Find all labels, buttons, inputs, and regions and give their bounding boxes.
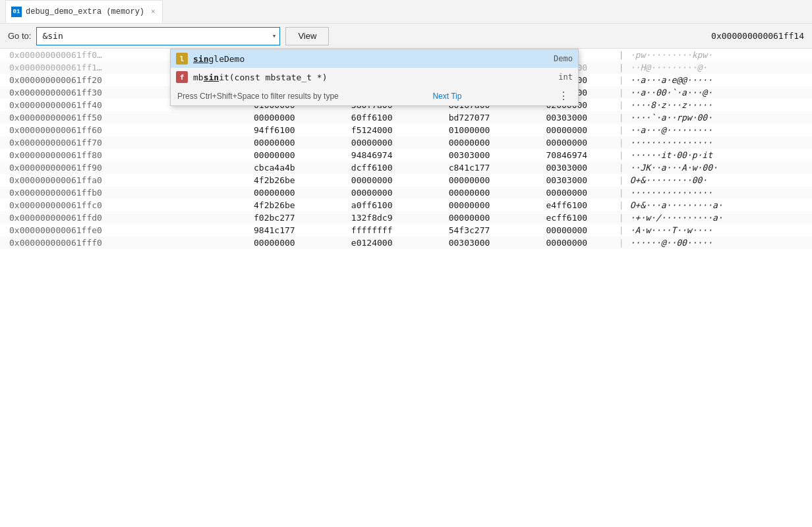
ascii-cell: ··a··00·`·a···@· xyxy=(627,86,812,99)
hex-cell: 00303000 xyxy=(518,161,616,174)
address-cell: 0x000000000061ff90 xyxy=(0,161,225,174)
table-row: 0x000000000061ffa04f2b26be00000000000000… xyxy=(0,174,812,186)
table-row: 0x000000000061ff800000000094846974003030… xyxy=(0,149,812,161)
separator: | xyxy=(616,174,627,186)
ascii-cell: ·A·w····T··w···· xyxy=(627,224,812,236)
tab-debug-memory[interactable]: 01 debug_demo_extra (memory) × xyxy=(5,0,163,23)
hex-cell: 00000000 xyxy=(518,136,616,149)
hex-cell: a0ff6100 xyxy=(323,199,420,211)
hex-cell: 132f8dc9 xyxy=(323,211,420,224)
hex-cell: c841c177 xyxy=(420,161,518,174)
separator: | xyxy=(616,211,627,224)
hex-cell: 00303000 xyxy=(518,174,616,186)
separator: | xyxy=(616,124,627,136)
table-row: 0x000000000061ff90cbca4a4bdcff6100c841c1… xyxy=(0,161,812,174)
separator: | xyxy=(616,161,627,174)
ascii-cell: ····`·a··rpw·00· xyxy=(627,111,812,124)
hex-cell: bd727077 xyxy=(420,111,518,124)
separator: | xyxy=(616,74,627,86)
separator: | xyxy=(616,61,627,74)
hex-cell: f02bc277 xyxy=(225,211,323,224)
current-address: 0x000000000061ff14 xyxy=(711,31,804,41)
hex-cell: 00000000 xyxy=(225,149,323,161)
hex-cell: ecff6100 xyxy=(518,211,616,224)
address-cell: 0x000000000061ff50 xyxy=(0,111,225,124)
hex-cell: 00000000 xyxy=(323,174,420,186)
separator: | xyxy=(616,136,627,149)
hex-cell: e0124000 xyxy=(323,236,420,249)
address-cell: 0x000000000061ffa0 xyxy=(0,174,225,186)
hex-cell: 00000000 xyxy=(225,186,323,199)
ac-rest-0: gleDemo xyxy=(208,54,245,64)
address-cell: 0x000000000061ff80 xyxy=(0,149,225,161)
table-row: 0x000000000061fff000000000e0124000003030… xyxy=(0,236,812,249)
separator: | xyxy=(616,186,627,199)
hex-cell: 00000000 xyxy=(518,124,616,136)
hex-cell: ffffffff xyxy=(323,224,420,236)
goto-label: Go to: xyxy=(8,31,31,41)
separator: | xyxy=(616,49,627,61)
more-options-icon[interactable]: ⋮ xyxy=(556,90,571,102)
next-tip-link[interactable]: Next Tip xyxy=(432,92,461,101)
address-cell: 0x000000000061ffd0 xyxy=(0,211,225,224)
ascii-cell: ··a···a·e@@····· xyxy=(627,74,812,86)
autocomplete-dropdown: l singleDemo Demo f mbsinit(const mbstat… xyxy=(170,49,579,106)
hex-cell: 4f2b26be xyxy=(225,174,323,186)
table-row: 0x000000000061ff500000000060ff6100bd7270… xyxy=(0,111,812,124)
separator: | xyxy=(616,149,627,161)
hex-cell: 94846974 xyxy=(323,149,420,161)
hex-cell: 00000000 xyxy=(420,174,518,186)
hex-cell: 00000000 xyxy=(420,136,518,149)
ac-match-0: sin xyxy=(193,54,208,64)
ascii-cell: O+&·········00· xyxy=(627,174,812,186)
ascii-cell: ······@··00····· xyxy=(627,236,812,249)
ascii-cell: O+&···a·········a· xyxy=(627,199,812,211)
table-row: 0x000000000061ffe09841c177ffffffff54f3c2… xyxy=(0,224,812,236)
address-cell: 0x000000000061ffe0 xyxy=(0,224,225,236)
ac-icon-0: l xyxy=(176,53,188,65)
hex-cell: 00000000 xyxy=(420,186,518,199)
hex-cell: 70846974 xyxy=(518,149,616,161)
address-cell: 0x000000000061ffb0 xyxy=(0,186,225,199)
ascii-cell: ·pw·········kpw· xyxy=(627,49,812,61)
hex-cell: 00000000 xyxy=(225,236,323,249)
ac-icon-1: f xyxy=(176,71,188,83)
autocomplete-item-0[interactable]: l singleDemo Demo xyxy=(171,49,578,68)
table-row: 0x000000000061ff6094ff6100f5124000010000… xyxy=(0,124,812,136)
address-cell: 0x000000000061ff70 xyxy=(0,136,225,149)
tab-icon: 01 xyxy=(11,7,22,17)
ac-item-text-1: mbsinit(const mbstate_t *) xyxy=(193,72,553,82)
autocomplete-item-1[interactable]: f mbsinit(const mbstate_t *) int xyxy=(171,68,578,86)
ac-type-1: int xyxy=(558,72,573,82)
hex-cell: 00000000 xyxy=(518,224,616,236)
view-button[interactable]: View xyxy=(285,27,329,45)
table-row: 0x000000000061ffc04f2b26bea0ff6100000000… xyxy=(0,199,812,211)
ac-match-1: sin xyxy=(204,72,219,82)
table-row: 0x000000000061ffd0f02bc277132f8dc9000000… xyxy=(0,211,812,224)
table-row: 0x000000000061ffb00000000000000000000000… xyxy=(0,186,812,199)
ascii-cell: ················ xyxy=(627,186,812,199)
separator: | xyxy=(616,224,627,236)
goto-input[interactable] xyxy=(36,27,280,45)
table-row: 0x000000000061ff700000000000000000000000… xyxy=(0,136,812,149)
hex-cell: 00000000 xyxy=(225,111,323,124)
goto-input-wrapper: ▾ xyxy=(36,27,280,45)
hex-cell: f5124000 xyxy=(323,124,420,136)
hex-cell: 00000000 xyxy=(323,186,420,199)
separator: | xyxy=(616,111,627,124)
hex-cell: 60ff6100 xyxy=(323,111,420,124)
ac-prefix-1: mb xyxy=(193,72,204,82)
ascii-cell: ······it·00·p·it xyxy=(627,149,812,161)
separator: | xyxy=(616,86,627,99)
title-bar: 01 debug_demo_extra (memory) × xyxy=(0,0,812,24)
hex-cell: 00303000 xyxy=(518,111,616,124)
ascii-cell: ····8·z···z····· xyxy=(627,99,812,111)
memory-table-container[interactable]: 0x000000000061ff0…|·pw·········kpw·0x000… xyxy=(0,49,812,527)
hex-cell: 94ff6100 xyxy=(225,124,323,136)
hex-cell: 00000000 xyxy=(225,136,323,149)
hex-cell: 9841c177 xyxy=(225,224,323,236)
tab-close-button[interactable]: × xyxy=(151,8,156,16)
ascii-cell: ··a···@········· xyxy=(627,124,812,136)
hex-cell: e4ff6100 xyxy=(518,199,616,211)
separator: | xyxy=(616,236,627,249)
